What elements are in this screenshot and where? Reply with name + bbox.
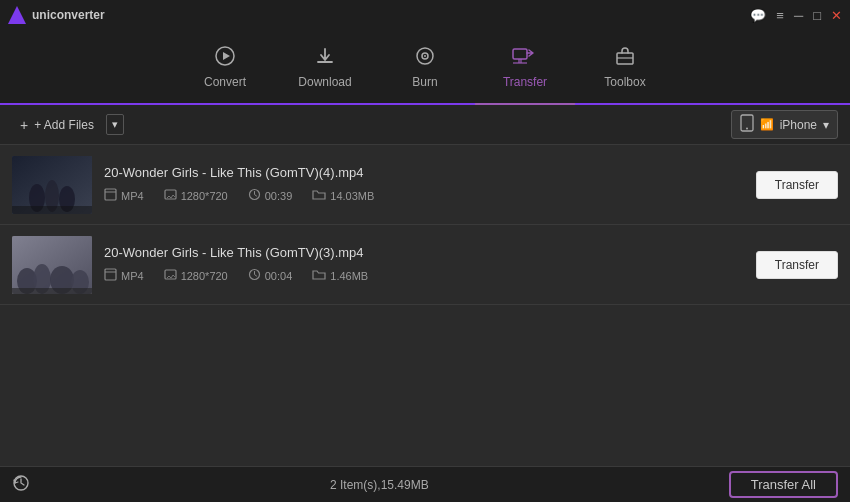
transfer-all-button[interactable]: Transfer All: [729, 471, 838, 498]
duration-1: 00:39: [248, 188, 293, 204]
file-info-1: 20-Wonder Girls - Like This (GomTV)(4).m…: [104, 165, 744, 204]
resolution-1: 1280*720: [164, 188, 228, 204]
file-item-1: 20-Wonder Girls - Like This (GomTV)(4).m…: [0, 145, 850, 225]
close-icon[interactable]: ✕: [831, 8, 842, 23]
file-name-2: 20-Wonder Girls - Like This (GomTV)(3).m…: [104, 245, 744, 260]
resolution-2: 1280*720: [164, 268, 228, 284]
nav-download[interactable]: Download: [275, 29, 375, 104]
download-icon: [314, 45, 336, 70]
format-2: MP4: [104, 268, 144, 284]
resolution-value-1: 1280*720: [181, 190, 228, 202]
minimize-icon[interactable]: ─: [794, 8, 803, 23]
convert-icon: [214, 45, 236, 70]
nav-convert-label: Convert: [204, 75, 246, 89]
folder-icon-2: [312, 268, 326, 284]
size-value-1: 14.03MB: [330, 190, 374, 202]
svg-rect-16: [12, 206, 92, 214]
transfer-button-1[interactable]: Transfer: [756, 171, 838, 199]
titlebar: uniconverter 💬 ≡ ─ □ ✕: [0, 0, 850, 30]
add-files-button[interactable]: + + Add Files: [12, 113, 102, 137]
nav-burn[interactable]: Burn: [375, 29, 475, 104]
transfer-icon: [512, 45, 538, 70]
file-name-1: 20-Wonder Girls - Like This (GomTV)(4).m…: [104, 165, 744, 180]
format-icon-1: [104, 188, 117, 204]
duration-2: 00:04: [248, 268, 293, 284]
resolution-icon-2: [164, 268, 177, 284]
nav-transfer[interactable]: Transfer: [475, 30, 575, 105]
file-list: 20-Wonder Girls - Like This (GomTV)(4).m…: [0, 145, 850, 466]
svg-marker-1: [223, 52, 230, 60]
app-name: uniconverter: [32, 8, 105, 22]
svg-point-10: [746, 128, 748, 130]
size-value-2: 1.46MB: [330, 270, 368, 282]
thumbnail-1: [12, 156, 92, 214]
duration-value-1: 00:39: [265, 190, 293, 202]
toolbar: + + Add Files ▾ 📶 iPhone ▾: [0, 105, 850, 145]
nav-burn-label: Burn: [412, 75, 437, 89]
file-meta-1: MP4 1280*720: [104, 188, 744, 204]
svg-rect-6: [518, 59, 522, 63]
plus-icon: +: [20, 117, 28, 133]
duration-value-2: 00:04: [265, 270, 293, 282]
file-meta-2: MP4 1280*720: [104, 268, 744, 284]
format-value-2: MP4: [121, 270, 144, 282]
format-1: MP4: [104, 188, 144, 204]
add-files-dropdown-button[interactable]: ▾: [106, 114, 124, 135]
nav-download-label: Download: [298, 75, 351, 89]
format-value-1: MP4: [121, 190, 144, 202]
toolbar-left: + + Add Files ▾: [12, 113, 124, 137]
status-text: 2 Item(s),15.49MB: [30, 478, 729, 492]
nav-toolbox[interactable]: Toolbox: [575, 29, 675, 104]
folder-icon-1: [312, 188, 326, 204]
nav-toolbox-label: Toolbox: [604, 75, 645, 89]
app-logo: uniconverter: [8, 6, 105, 24]
device-type-icon: 📶: [760, 118, 774, 131]
phone-icon: [740, 114, 754, 135]
burn-icon: [414, 45, 436, 70]
size-1: 14.03MB: [312, 188, 374, 204]
toolbox-icon: [614, 45, 636, 70]
chat-icon[interactable]: 💬: [750, 8, 766, 23]
svg-rect-27: [12, 288, 92, 294]
clock-icon-2: [248, 268, 261, 284]
window-controls[interactable]: 💬 ≡ ─ □ ✕: [750, 8, 842, 23]
toolbar-right: 📶 iPhone ▾: [731, 110, 838, 139]
menu-icon[interactable]: ≡: [776, 8, 784, 23]
nav-transfer-label: Transfer: [503, 75, 547, 89]
device-selector[interactable]: 📶 iPhone ▾: [731, 110, 838, 139]
nav-convert[interactable]: Convert: [175, 29, 275, 104]
navbar: Convert Download Burn: [0, 30, 850, 105]
add-files-label: + Add Files: [34, 118, 94, 132]
transfer-button-2[interactable]: Transfer: [756, 251, 838, 279]
logo-icon: [8, 6, 26, 24]
thumbnail-2: [12, 236, 92, 294]
device-dropdown-icon: ▾: [823, 118, 829, 132]
svg-rect-17: [105, 189, 116, 200]
file-item-2: 20-Wonder Girls - Like This (GomTV)(3).m…: [0, 225, 850, 305]
svg-point-4: [424, 55, 426, 57]
size-2: 1.46MB: [312, 268, 368, 284]
resolution-icon-1: [164, 188, 177, 204]
bottombar: 2 Item(s),15.49MB Transfer All: [0, 466, 850, 502]
clock-icon-1: [248, 188, 261, 204]
file-info-2: 20-Wonder Girls - Like This (GomTV)(3).m…: [104, 245, 744, 284]
svg-rect-5: [513, 49, 527, 59]
device-name: iPhone: [780, 118, 817, 132]
format-icon-2: [104, 268, 117, 284]
resolution-value-2: 1280*720: [181, 270, 228, 282]
svg-rect-28: [105, 269, 116, 280]
history-icon[interactable]: [12, 474, 30, 496]
maximize-icon[interactable]: □: [813, 8, 821, 23]
